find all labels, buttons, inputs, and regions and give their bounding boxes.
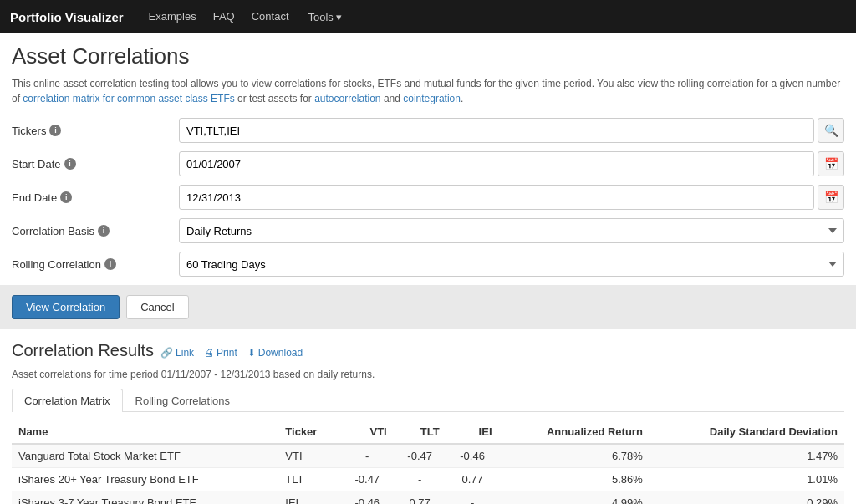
col-header-daily-std: Daily Standard Deviation — [650, 420, 844, 444]
cell-iei: -0.46 — [446, 444, 499, 468]
rolling-correlation-select[interactable]: 60 Trading Days 120 Trading Days 252 Tra… — [179, 252, 844, 277]
tickers-info-icon[interactable]: i — [49, 125, 61, 136]
start-date-info-icon[interactable]: i — [64, 158, 76, 170]
results-tabs: Correlation Matrix Rolling Correlations — [12, 389, 844, 412]
nav-tools-chevron-icon: ▾ — [336, 11, 342, 23]
correlation-table: Name Ticker VTI TLT IEI Annualized Retur… — [12, 420, 844, 504]
cell-ann-return: 5.86% — [499, 468, 650, 491]
tab-correlation-matrix[interactable]: Correlation Matrix — [12, 389, 123, 412]
link-icon: 🔗 — [160, 347, 173, 359]
end-date-label-wrap: End Date i — [12, 191, 179, 204]
end-date-row: End Date i 📅 — [12, 185, 844, 210]
results-download-link[interactable]: ⬇ Download — [247, 347, 303, 359]
start-date-label: Start Date — [12, 158, 61, 171]
col-header-ann-return: Annualized Return — [499, 420, 650, 444]
start-date-input[interactable] — [179, 151, 814, 176]
tickers-label: Tickers — [12, 125, 46, 137]
nav-tools-label: Tools — [308, 11, 334, 23]
end-date-label: End Date — [12, 191, 57, 204]
action-row: View Correlation Cancel — [0, 285, 856, 329]
tickers-search-button[interactable]: 🔍 — [818, 118, 844, 143]
page-description: This online asset correlation testing to… — [12, 76, 844, 106]
cell-tlt: -0.47 — [394, 444, 446, 468]
end-date-calendar-button[interactable]: 📅 — [818, 185, 844, 210]
link-autocorrelation[interactable]: autocorrelation — [314, 93, 380, 104]
end-date-input[interactable] — [179, 185, 814, 210]
results-print-link[interactable]: 🖨 Print — [204, 347, 237, 359]
input-form: Tickers i 🔍 Start Date i 📅 End Date — [12, 118, 844, 277]
cancel-button[interactable]: Cancel — [126, 295, 188, 319]
start-date-input-wrap: 📅 — [179, 151, 844, 176]
results-heading-row: Correlation Results 🔗 Link 🖨 Print ⬇ Dow… — [12, 341, 844, 365]
tab-rolling-correlations[interactable]: Rolling Correlations — [123, 389, 242, 412]
correlation-basis-info-icon[interactable]: i — [98, 225, 110, 237]
start-date-row: Start Date i 📅 — [12, 151, 844, 176]
tickers-input-wrap: 🔍 — [179, 118, 844, 143]
cell-name: iShares 3-7 Year Treasury Bond ETF — [12, 491, 278, 505]
col-header-vti: VTI — [341, 420, 394, 444]
cell-ticker: IEI — [278, 491, 341, 505]
nav-link-examples[interactable]: Examples — [140, 0, 205, 33]
start-date-label-wrap: Start Date i — [12, 158, 179, 171]
correlation-basis-row: Correlation Basis i Daily Returns Weekly… — [12, 218, 844, 243]
results-links: 🔗 Link 🖨 Print ⬇ Download — [160, 347, 303, 359]
rolling-correlation-label-wrap: Rolling Correlation i — [12, 258, 179, 271]
correlation-basis-label: Correlation Basis — [12, 225, 94, 237]
link-correlation-matrix[interactable]: correlation matrix for common asset clas… — [23, 93, 234, 104]
navbar: Portfolio Visualizer Examples FAQ Contac… — [0, 0, 856, 33]
results-heading: Correlation Results — [12, 341, 154, 360]
col-header-iei: IEI — [446, 420, 499, 444]
tickers-row: Tickers i 🔍 — [12, 118, 844, 143]
print-icon: 🖨 — [204, 347, 214, 359]
cell-ticker: TLT — [278, 468, 341, 491]
page-content: Asset Correlations This online asset cor… — [0, 33, 856, 504]
results-link-link[interactable]: 🔗 Link — [160, 347, 194, 359]
results-description: Asset correlations for time period 01/11… — [12, 369, 844, 380]
view-correlation-button[interactable]: View Correlation — [12, 295, 120, 319]
download-icon: ⬇ — [247, 347, 256, 359]
cell-vti: -0.47 — [341, 468, 394, 491]
col-header-name: Name — [12, 420, 278, 444]
cell-ann-return: 6.78% — [499, 444, 650, 468]
correlation-basis-label-wrap: Correlation Basis i — [12, 225, 179, 237]
cell-daily-std: 1.47% — [650, 444, 844, 468]
cell-name: iShares 20+ Year Treasury Bond ETF — [12, 468, 278, 491]
link-cointegration[interactable]: cointegration — [403, 93, 461, 104]
cell-ticker: VTI — [278, 444, 341, 468]
table-row: iShares 3-7 Year Treasury Bond ETF IEI -… — [12, 491, 844, 505]
table-header-row: Name Ticker VTI TLT IEI Annualized Retur… — [12, 420, 844, 444]
table-row: Vanguard Total Stock Market ETF VTI - -0… — [12, 444, 844, 468]
results-section: Correlation Results 🔗 Link 🖨 Print ⬇ Dow… — [12, 341, 844, 504]
cell-iei: - — [446, 491, 499, 505]
cell-iei: 0.77 — [446, 468, 499, 491]
cell-name: Vanguard Total Stock Market ETF — [12, 444, 278, 468]
rolling-correlation-info-icon[interactable]: i — [104, 258, 116, 270]
page-title: Asset Correlations — [12, 43, 844, 69]
correlation-basis-select-wrap: Daily Returns Weekly Returns Monthly Ret… — [179, 218, 844, 243]
cell-vti: - — [341, 444, 394, 468]
rolling-correlation-label: Rolling Correlation — [12, 258, 101, 271]
cell-vti: -0.46 — [341, 491, 394, 505]
cell-ann-return: 4.99% — [499, 491, 650, 505]
nav-link-contact[interactable]: Contact — [243, 0, 298, 33]
col-header-tlt: TLT — [394, 420, 446, 444]
rolling-correlation-row: Rolling Correlation i 60 Trading Days 12… — [12, 252, 844, 277]
cell-tlt: 0.77 — [394, 491, 446, 505]
tickers-label-wrap: Tickers i — [12, 125, 179, 137]
cell-daily-std: 1.01% — [650, 468, 844, 491]
brand-logo: Portfolio Visualizer — [10, 10, 124, 24]
table-row: iShares 20+ Year Treasury Bond ETF TLT -… — [12, 468, 844, 491]
cell-tlt: - — [394, 468, 446, 491]
rolling-correlation-select-wrap: 60 Trading Days 120 Trading Days 252 Tra… — [179, 252, 844, 277]
col-header-ticker: Ticker — [278, 420, 341, 444]
start-date-calendar-button[interactable]: 📅 — [818, 151, 844, 176]
end-date-input-wrap: 📅 — [179, 185, 844, 210]
nav-link-faq[interactable]: FAQ — [205, 0, 243, 33]
end-date-info-icon[interactable]: i — [60, 191, 72, 203]
nav-tools-dropdown[interactable]: Tools ▾ — [298, 11, 350, 23]
correlation-basis-select[interactable]: Daily Returns Weekly Returns Monthly Ret… — [179, 218, 844, 243]
cell-daily-std: 0.29% — [650, 491, 844, 505]
tickers-input[interactable] — [179, 118, 814, 143]
